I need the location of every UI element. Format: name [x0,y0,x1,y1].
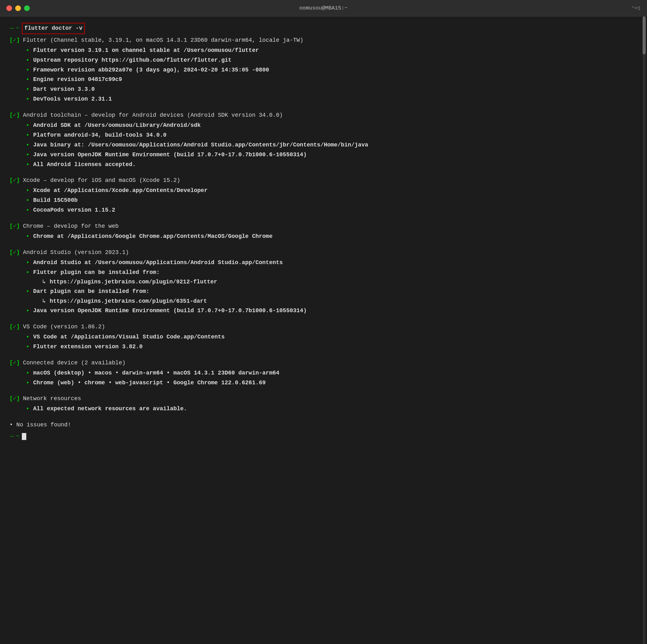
bullet-list-devices: •macOS (desktop) • macos • darwin-arm64 … [26,369,638,388]
bullet-prefix: • [9,422,16,428]
list-item: •Xcode at /Applications/Xcode.app/Conten… [26,186,638,195]
list-item: •Dart plugin can be installed from: [26,287,638,296]
bullet-dot: • [26,233,29,241]
list-item: •Flutter extension version 3.82.0 [26,342,638,352]
command-line: → ~ flutter doctor -v [9,23,638,34]
section-title-chrome: Chrome – develop for the web [23,222,119,231]
bullet-dot: • [26,333,29,342]
list-item: •VS Code at /Applications/Visual Studio … [26,333,638,342]
no-issues-text: • No issues found! [9,421,638,429]
sub-arrow-icon: ↳ [43,278,46,287]
bullet-dot: • [26,131,29,140]
section-header-android-studio: [✓] Android Studio (version 2023.1) [9,248,638,257]
bullet-dot: • [26,343,29,352]
check-icon-xcode: [✓] [9,176,20,185]
prompt-arrow-final: → [9,431,13,441]
title-bar: oomusou@MBA15:~ ⌃⌨1 [0,0,647,16]
bullet-dot: • [26,206,29,215]
bullet-dot: • [26,66,29,75]
section-title-vscode: VS Code (version 1.86.2) [23,323,105,331]
bullet-dot: • [26,307,29,316]
section-header-devices: [✓] Connected device (2 available) [9,359,638,368]
sub-bullet-flutter-plugin: ↳ https://plugins.jetbrains.com/plugin/9… [43,278,638,287]
section-header-network: [✓] Network resources [9,394,638,403]
section-title-devices: Connected device (2 available) [23,359,125,368]
bullet-dot: • [26,161,29,170]
prompt-tilde-final: ~ [16,432,19,441]
bullet-dot: • [26,47,29,55]
check-icon-android: [✓] [9,111,20,120]
bullet-dot: • [26,151,29,160]
check-icon-android-studio: [✓] [9,248,20,257]
bullet-list-vscode: •VS Code at /Applications/Visual Studio … [26,333,638,352]
check-icon-devices: [✓] [9,359,20,368]
check-icon-network: [✓] [9,394,20,403]
bullet-list-flutter: •Flutter version 3.19.1 on channel stabl… [26,46,638,104]
bullet-list-xcode: •Xcode at /Applications/Xcode.app/Conten… [26,186,638,215]
list-item: •Build 15C500b [26,196,638,205]
maximize-button[interactable] [24,5,30,11]
list-item: •Upstream repository https://github.com/… [26,56,638,65]
section-title-android: Android toolchain – develop for Android … [23,111,283,120]
list-item: •Flutter version 3.19.1 on channel stabl… [26,46,638,55]
section-header-chrome: [✓] Chrome – develop for the web [9,222,638,231]
bullet-dot: • [26,268,29,277]
traffic-lights [6,5,30,11]
cursor-block [22,433,26,440]
bullet-dot: • [26,95,29,104]
bullet-dot: • [26,76,29,84]
bullet-list-chrome: •Chrome at /Applications/Google Chrome.a… [26,232,638,241]
section-title-android-studio: Android Studio (version 2023.1) [23,248,129,257]
section-devices: [✓] Connected device (2 available) •macO… [9,359,638,388]
list-item: •All Android licenses accepted. [26,160,638,170]
bullet-dot: • [26,122,29,130]
list-item: •Android SDK at /Users/oomusou/Library/A… [26,121,638,130]
section-vscode: [✓] VS Code (version 1.86.2) •VS Code at… [9,323,638,352]
list-item: •Dart version 3.3.0 [26,85,638,94]
section-header-xcode: [✓] Xcode – develop for iOS and macOS (X… [9,176,638,185]
section-header-flutter: [✓] Flutter (Channel stable, 3.19.1, on … [9,36,638,45]
bullet-dot: • [26,259,29,267]
bullet-dot: • [26,187,29,195]
list-item: •All expected network resources are avai… [26,405,638,414]
final-prompt: → ~ [9,431,638,441]
sub-arrow-icon: ↳ [43,297,46,306]
list-item: •CocoaPods version 1.15.2 [26,206,638,215]
list-item: •Flutter plugin can be installed from: [26,268,638,277]
bullet-dot: • [26,405,29,414]
section-chrome: [✓] Chrome – develop for the web •Chrome… [9,222,638,241]
close-button[interactable] [6,5,12,11]
bullet-dot: • [26,141,29,150]
section-title-flutter: Flutter (Channel stable, 3.19.1, on macO… [23,36,303,45]
minimize-button[interactable] [15,5,21,11]
bullet-dot: • [26,196,29,205]
bullet-dot: • [26,85,29,94]
section-title-network: Network resources [23,394,81,403]
bullet-list-android-studio: •Android Studio at /Users/oomusou/Applic… [26,258,638,316]
prompt-arrow: → [9,23,13,33]
bullet-list-network: •All expected network resources are avai… [26,405,638,414]
check-icon-flutter: [✓] [9,36,20,45]
section-xcode: [✓] Xcode – develop for iOS and macOS (X… [9,176,638,215]
list-item: •Chrome (web) • chrome • web-javascript … [26,379,638,388]
section-android: [✓] Android toolchain – develop for Andr… [9,111,638,169]
list-item: •Engine revision 04817c99c9 [26,75,638,84]
list-item: •Chrome at /Applications/Google Chrome.a… [26,232,638,241]
check-icon-vscode: [✓] [9,323,20,331]
bullet-dot: • [26,56,29,65]
terminal-content: → ~ flutter doctor -v [✓] Flutter (Chann… [0,16,647,448]
scrollbar[interactable] [643,16,646,644]
section-header-android: [✓] Android toolchain – develop for Andr… [9,111,638,120]
list-item: •Framework revision abb292a07e (3 days a… [26,66,638,75]
terminal-window: oomusou@MBA15:~ ⌃⌨1 → ~ flutter doctor -… [0,0,647,644]
command-text: flutter doctor -v [22,23,85,34]
window-title: oomusou@MBA15:~ [299,5,348,11]
list-item: •macOS (desktop) • macos • darwin-arm64 … [26,369,638,378]
section-header-vscode: [✓] VS Code (version 1.86.2) [9,323,638,331]
prompt-tilde: ~ [16,24,19,33]
bullet-list-android: •Android SDK at /Users/oomusou/Library/A… [26,121,638,169]
list-item: •Android Studio at /Users/oomusou/Applic… [26,258,638,267]
section-flutter: [✓] Flutter (Channel stable, 3.19.1, on … [9,36,638,104]
scrollbar-thumb[interactable] [643,16,646,55]
list-item: •Platform android-34, build-tools 34.0.0 [26,131,638,140]
